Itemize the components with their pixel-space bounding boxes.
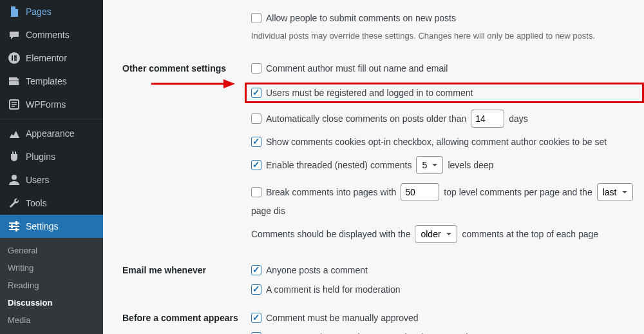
held-moderation-checkbox[interactable] <box>251 284 261 295</box>
submenu-permalinks[interactable]: Permalinks <box>0 329 103 334</box>
break-count-input[interactable] <box>401 183 439 201</box>
svg-rect-4 <box>14 59 17 61</box>
svg-rect-13 <box>15 221 17 225</box>
submenu-general[interactable]: General <box>0 242 103 259</box>
sidebar-item-comments[interactable]: Comments <box>0 23 103 46</box>
svg-rect-2 <box>14 55 17 57</box>
menu-separator <box>0 119 103 119</box>
must-approve-label: Comment must be manually approved <box>266 313 419 323</box>
sidebar-item-appearance[interactable]: Appearance <box>0 122 103 145</box>
override-note: Individual posts may override these sett… <box>251 30 644 43</box>
svg-rect-15 <box>15 228 17 231</box>
pages-icon <box>8 5 21 18</box>
sidebar-item-users[interactable]: Users <box>0 168 103 192</box>
break-pre-label: Break comments into pages with <box>266 187 396 197</box>
elementor-icon <box>8 52 21 64</box>
svg-rect-3 <box>14 57 17 59</box>
auto-close-checkbox[interactable] <box>251 113 261 124</box>
must-register-label: Users must be registered and logged in t… <box>266 88 473 98</box>
users-icon <box>8 173 21 186</box>
templates-icon <box>8 75 21 88</box>
days-label: days <box>509 113 528 124</box>
settings-submenu: General Writing Reading Discussion Media… <box>0 238 103 334</box>
displayed-post-label: comments at the top of each page <box>462 229 598 239</box>
sidebar-item-templates[interactable]: Templates <box>0 70 103 93</box>
author-fill-checkbox[interactable] <box>251 63 261 74</box>
sidebar-item-settings[interactable]: Settings <box>0 215 103 238</box>
tools-icon <box>8 197 21 210</box>
sidebar-item-elementor[interactable]: Elementor <box>0 46 103 70</box>
cookies-optin-label: Show comments cookies opt-in checkbox, a… <box>266 137 607 147</box>
break-page-select[interactable]: last <box>597 183 633 201</box>
allow-comments-checkbox[interactable] <box>251 13 261 23</box>
anyone-posts-checkbox[interactable] <box>251 265 261 275</box>
levels-deep-label: levels deep <box>448 160 493 170</box>
break-post-label: page dis <box>251 206 285 216</box>
sidebar-item-label: Plugins <box>26 152 55 162</box>
cookies-optin-checkbox[interactable] <box>251 137 261 147</box>
sidebar-item-label: Templates <box>26 76 67 86</box>
submenu-reading[interactable]: Reading <box>0 277 103 294</box>
anyone-posts-label: Anyone posts a comment <box>266 265 368 275</box>
svg-point-9 <box>12 175 17 180</box>
sidebar-item-label: Users <box>26 175 50 185</box>
appearance-icon <box>8 127 21 140</box>
held-moderation-label: A comment is held for moderation <box>266 284 401 295</box>
sidebar-item-wpforms[interactable]: WPForms <box>0 93 103 116</box>
auto-close-pre-label: Automatically close comments on posts ol… <box>266 113 466 124</box>
sidebar-item-label: WPForms <box>26 99 66 110</box>
sidebar-item-label: Pages <box>26 6 52 17</box>
svg-rect-12 <box>9 229 19 230</box>
sidebar-item-pages[interactable]: Pages <box>0 0 103 23</box>
comments-icon <box>8 28 21 41</box>
sidebar-item-label: Comments <box>26 30 70 40</box>
settings-content: Allow people to submit comments on new p… <box>103 0 644 334</box>
highlight-box: Users must be registered and logged in t… <box>245 83 644 103</box>
sidebar-item-tools[interactable]: Tools <box>0 192 103 215</box>
svg-rect-1 <box>12 55 13 61</box>
displayed-pre-label: Comments should be displayed with the <box>251 229 410 239</box>
displayed-order-select[interactable]: older <box>415 225 457 243</box>
sidebar-item-plugins[interactable]: Plugins <box>0 145 103 168</box>
auto-close-days-input[interactable] <box>471 110 504 128</box>
section-before: Before a comment appears <box>122 313 251 323</box>
sidebar-item-label: Appearance <box>26 128 75 139</box>
svg-rect-14 <box>11 224 13 228</box>
break-pages-checkbox[interactable] <box>251 187 261 197</box>
break-mid-label: top level comments per page and the <box>444 187 592 197</box>
must-register-checkbox[interactable] <box>251 88 261 98</box>
section-other: Other comment settings <box>122 63 251 74</box>
threaded-levels-select[interactable]: 5 <box>416 156 443 174</box>
section-email: Email me whenever <box>122 265 251 275</box>
allow-comments-label: Allow people to submit comments on new p… <box>266 13 456 23</box>
submenu-discussion[interactable]: Discussion <box>0 294 103 311</box>
svg-rect-10 <box>9 222 19 224</box>
prev-approved-checkbox[interactable] <box>251 332 261 335</box>
admin-sidebar: Pages Comments Elementor Templates WPFor… <box>0 0 103 334</box>
plugins-icon <box>8 150 21 163</box>
sidebar-item-label: Settings <box>26 221 59 231</box>
sidebar-item-label: Elementor <box>26 53 67 63</box>
submenu-writing[interactable]: Writing <box>0 259 103 277</box>
submenu-media[interactable]: Media <box>0 311 103 329</box>
author-fill-label: Comment author must fill out name and em… <box>266 63 448 74</box>
must-approve-checkbox[interactable] <box>251 313 261 323</box>
threaded-checkbox[interactable] <box>251 160 261 170</box>
settings-icon <box>8 220 21 233</box>
wpforms-icon <box>8 98 21 111</box>
prev-approved-label: Comment author must have a previously ap… <box>266 332 507 335</box>
threaded-pre-label: Enable threaded (nested) comments <box>266 160 412 170</box>
svg-rect-11 <box>9 226 19 227</box>
sidebar-item-label: Tools <box>26 198 47 208</box>
